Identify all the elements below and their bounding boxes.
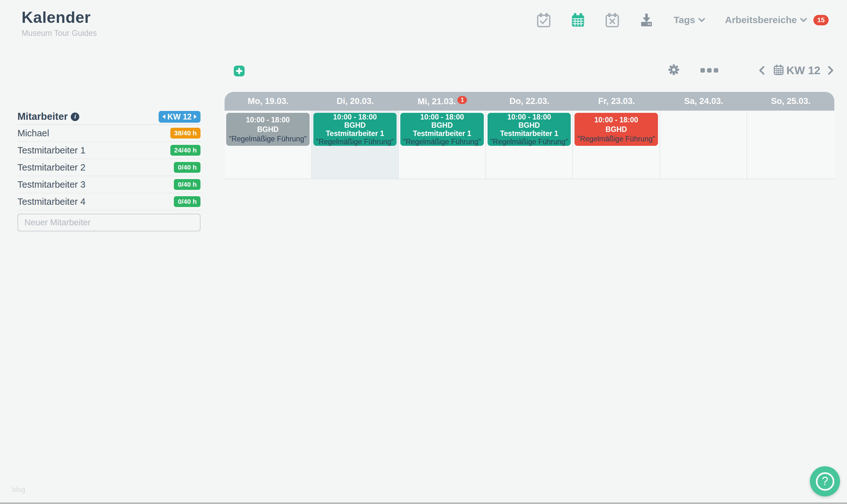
info-icon[interactable]: i — [71, 112, 79, 121]
week-navigation: KW 12 — [759, 64, 834, 77]
dot — [701, 68, 705, 73]
shift-time: 10:00 - 18:00 — [574, 116, 658, 124]
shift-note: "Regelmäßige Führung" — [574, 135, 658, 143]
calendar-x-icon[interactable] — [605, 13, 620, 27]
employee-sidebar: Mitarbeiter i KW 12 Michael 38/40 h Test… — [17, 109, 201, 231]
shift-time: 10:00 - 18:00 — [400, 113, 484, 121]
chevron-left-icon[interactable] — [759, 66, 764, 75]
page-title: Kalender — [21, 8, 97, 26]
member-hours-badge: 0/40 h — [174, 179, 201, 190]
add-shift-button[interactable] — [234, 66, 245, 76]
shift-note: "Regelmäßige Führung" — [226, 135, 310, 143]
shift-note: "Regelmäßige Führung" — [488, 138, 571, 146]
day-cell-mi[interactable]: 10:00 - 18:00 BGHD Testmitarbeiter 1 "Re… — [399, 111, 486, 178]
workspaces-label: Arbeitsbereiche — [725, 15, 797, 25]
shift-card[interactable]: 10:00 - 18:00 BGHD Testmitarbeiter 1 "Re… — [313, 113, 397, 146]
member-name: Testmitarbeiter 3 — [17, 179, 85, 190]
day-header-mo: Mo, 19.03. — [225, 96, 312, 106]
shift-assignee: Testmitarbeiter 1 — [313, 130, 397, 138]
sidebar-header: Mitarbeiter i KW 12 — [17, 109, 201, 125]
shift-card[interactable]: 10:00 - 18:00 BGHD Testmitarbeiter 1 "Re… — [400, 113, 484, 146]
day-header-di: Di, 20.03. — [312, 96, 399, 106]
shift-time: 10:00 - 18:00 — [226, 116, 310, 124]
member-hours-badge: 24/40 h — [170, 145, 201, 156]
shift-code: BGHD — [313, 121, 397, 129]
shift-code: BGHD — [574, 126, 658, 133]
calendar-day-header-row: Mo, 19.03. Di, 20.03. Mi, 21.03.1 Do, 22… — [225, 92, 834, 111]
member-row[interactable]: Testmitarbeiter 3 0/40 h — [17, 176, 201, 193]
day-header-fr: Fr, 23.03. — [573, 96, 660, 106]
member-name: Testmitarbeiter 1 — [17, 145, 85, 156]
workspaces-dropdown[interactable]: Arbeitsbereiche — [725, 15, 807, 25]
day-cell-sa[interactable] — [660, 111, 747, 178]
member-row[interactable]: Michael 38/40 h — [17, 125, 201, 142]
calendar-controls: KW 12 — [668, 64, 834, 77]
shift-code: BGHD — [400, 121, 484, 129]
day-cell-mo[interactable]: 10:00 - 18:00 BGHD "Regelmäßige Führung" — [225, 111, 312, 178]
shift-note: "Regelmäßige Führung" — [400, 138, 484, 146]
shift-code: BGHD — [488, 121, 571, 129]
day-header-mi: Mi, 21.03.1 — [399, 96, 486, 107]
settings-gear-icon[interactable] — [668, 64, 679, 77]
next-week-arrow-icon[interactable] — [194, 114, 197, 119]
shift-card[interactable]: 10:00 - 18:00 BGHD Testmitarbeiter 1 "Re… — [488, 113, 571, 146]
member-name: Testmitarbeiter 2 — [17, 162, 85, 173]
member-name: Michael — [17, 128, 49, 139]
tags-dropdown[interactable]: Tags — [673, 15, 705, 25]
calendar-icon — [773, 64, 784, 77]
day-cell-do[interactable]: 10:00 - 18:00 BGHD Testmitarbeiter 1 "Re… — [486, 111, 573, 178]
dot — [707, 68, 711, 73]
new-member-input[interactable] — [17, 214, 201, 231]
member-row[interactable]: Testmitarbeiter 1 24/40 h — [17, 142, 201, 159]
week-label: KW 12 — [786, 64, 820, 77]
shift-card[interactable]: 10:00 - 18:00 BGHD "Regelmäßige Führung" — [226, 113, 310, 146]
shift-assignee: Testmitarbeiter 1 — [400, 130, 484, 138]
workspaces-group: Arbeitsbereiche 15 — [725, 15, 829, 25]
watermark-text: blog — [12, 486, 25, 494]
window-bottom-edge — [0, 502, 847, 504]
sidebar-title: Mitarbeiter — [17, 111, 68, 122]
app-header: Kalender Museum Tour Guides — [21, 8, 97, 38]
member-hours-badge: 38/40 h — [170, 128, 201, 139]
prev-week-arrow-icon[interactable] — [162, 114, 165, 119]
more-options-icon[interactable] — [701, 68, 718, 73]
shift-code: BGHD — [226, 126, 310, 133]
day-cell-di[interactable]: 10:00 - 18:00 BGHD Testmitarbeiter 1 "Re… — [312, 111, 399, 178]
shift-time: 10:00 - 18:00 — [488, 113, 571, 121]
shift-card[interactable]: 10:00 - 18:00 BGHD "Regelmäßige Führung" — [574, 113, 658, 146]
chevron-down-icon — [800, 18, 807, 22]
member-hours-badge: 0/40 h — [174, 196, 201, 207]
member-row[interactable]: Testmitarbeiter 4 0/40 h — [17, 193, 201, 211]
shift-note: "Regelmäßige Führung" — [313, 138, 397, 146]
day-cell-so[interactable] — [747, 111, 834, 178]
kalender-app: Kalender Museum Tour Guides — [0, 0, 847, 504]
sidebar-week-label: KW 12 — [168, 112, 192, 121]
member-name: Testmitarbeiter 4 — [17, 197, 85, 207]
help-button[interactable]: ? — [810, 466, 840, 497]
workspaces-count-badge: 15 — [813, 15, 829, 25]
shift-time: 10:00 - 18:00 — [313, 113, 397, 121]
page-subtitle: Museum Tour Guides — [21, 29, 97, 38]
shift-assignee: Testmitarbeiter 1 — [488, 130, 571, 138]
download-icon[interactable] — [639, 13, 654, 27]
calendar-grid-icon[interactable] — [571, 13, 585, 27]
conflict-count-badge: 1 — [457, 96, 467, 104]
week-picker[interactable]: KW 12 — [773, 64, 820, 77]
member-row[interactable]: Testmitarbeiter 2 0/40 h — [17, 159, 201, 176]
day-header-sa: Sa, 24.03. — [660, 96, 747, 106]
calendar-check-icon[interactable] — [536, 13, 551, 27]
day-header-so: So, 25.03. — [747, 96, 834, 106]
day-cell-fr[interactable]: 10:00 - 18:00 BGHD "Regelmäßige Führung" — [573, 111, 660, 178]
chevron-right-icon[interactable] — [828, 66, 834, 75]
day-header-do: Do, 22.03. — [486, 96, 573, 106]
sidebar-title-wrap: Mitarbeiter i — [17, 111, 79, 122]
calendar-body-row: 10:00 - 18:00 BGHD "Regelmäßige Führung"… — [225, 111, 834, 179]
plus-icon — [236, 68, 243, 74]
question-mark-icon: ? — [816, 472, 834, 491]
dot — [714, 68, 718, 73]
topbar: Tags Arbeitsbereiche 15 — [536, 13, 829, 27]
member-hours-badge: 0/40 h — [174, 162, 201, 173]
chevron-down-icon — [698, 18, 705, 22]
tags-label: Tags — [673, 15, 695, 25]
sidebar-week-badge[interactable]: KW 12 — [159, 111, 201, 123]
